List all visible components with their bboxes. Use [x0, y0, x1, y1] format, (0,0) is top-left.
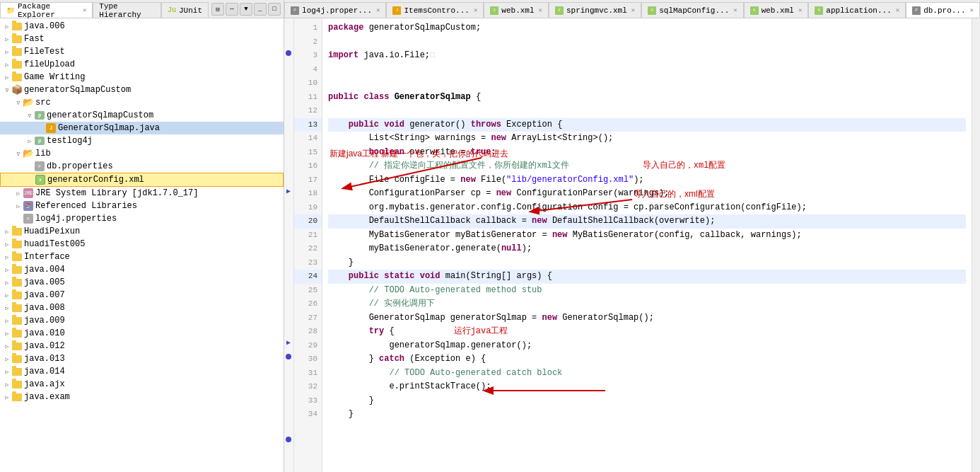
tab-web-xml[interactable]: X web.xml ✕ [484, 2, 549, 18]
close-sqlmapconfig[interactable]: ✕ [733, 6, 737, 14]
link-editor-btn[interactable]: ↔ [226, 3, 238, 16]
expand-java010[interactable]: ▷ [3, 329, 11, 338]
close-log4j-props[interactable]: ✕ [376, 6, 380, 14]
tab-package-explorer[interactable]: 📁 Package Explorer ✕ [0, 2, 93, 18]
expand-java012[interactable]: ▷ [3, 342, 11, 350]
gutter-24: ▶ [284, 336, 293, 350]
close-application[interactable]: ✕ [896, 6, 899, 14]
tree-item-lib[interactable]: ▽ 📂 lib [0, 147, 284, 160]
tab-icon-application: X [815, 6, 823, 15]
tree-item-java005[interactable]: ▷ java.005 [0, 276, 284, 289]
tab-sqlmapconfig[interactable]: X sqlMapConfig... ✕ [641, 2, 743, 18]
expand-java014[interactable]: ▷ [3, 367, 11, 376]
tree-item-interface[interactable]: ▷ Interface [0, 251, 284, 263]
tree-item-java009[interactable]: ▷ java.009 [0, 314, 284, 327]
expand-testlog4j[interactable]: ▷ [25, 137, 34, 145]
close-itemscontro[interactable]: ✕ [474, 6, 477, 14]
expand-pkg[interactable]: ▽ [25, 111, 34, 120]
tree-label-java-exam: java.exam [24, 392, 70, 402]
tree-item-log4j-props[interactable]: P log4j.properties [0, 212, 284, 225]
expand-ref-libs[interactable]: ▷ [14, 202, 23, 210]
gutter-15 [284, 212, 293, 226]
view-menu-btn[interactable]: ▼ [240, 3, 252, 16]
tab-icon-itemscontro: J [392, 6, 401, 15]
code-editor[interactable]: package generatorSqlmapCustom; import ja… [322, 18, 972, 472]
tree-item-filetest[interactable]: ▷ FileTest [0, 45, 284, 58]
folder-icon-huadipeixun [11, 226, 23, 237]
expand-fast[interactable]: ▷ [3, 35, 11, 43]
tree-item-fileupload[interactable]: ▷ fileUpload [0, 58, 284, 71]
tab-type-hierarchy[interactable]: Type Hierarchy [93, 2, 161, 18]
tree-item-project-root[interactable]: ▽ 📦 generatorSqlmapCustom [0, 84, 284, 96]
tree-item-java007[interactable]: ▷ java.007 [0, 289, 284, 301]
tree-label-java-ajx: java.ajx [24, 379, 65, 389]
tab-db-pro[interactable]: P db.pro... ✕ [906, 2, 980, 18]
expand-java008[interactable]: ▷ [3, 304, 11, 312]
expand-java006[interactable]: ▷ [3, 22, 11, 30]
tree-item-huadipeixun[interactable]: ▷ HuadiPeixun [0, 225, 284, 238]
maximize-btn[interactable]: □ [268, 3, 281, 16]
tree-item-java006[interactable]: ▷ java.006 [0, 20, 284, 33]
collapse-all-btn[interactable]: ⊟ [211, 3, 224, 16]
expand-java-exam[interactable]: ▷ [3, 393, 11, 401]
expand-project[interactable]: ▽ [3, 86, 11, 94]
expand-java004[interactable]: ▷ [3, 265, 11, 274]
expand-java005[interactable]: ▷ [3, 278, 11, 287]
tree-item-jre[interactable]: ▷ JRE JRE System Library [jdk1.7.0_17] [0, 187, 284, 200]
tree-item-java-file[interactable]: J GeneratorSqlmap.java [0, 122, 284, 134]
close-web-xml2[interactable]: ✕ [798, 6, 802, 14]
tree-item-java-ajx[interactable]: ▷ java.ajx [0, 378, 284, 391]
tab-label-log4j-props: log4j.proper... [302, 6, 372, 15]
tree-item-generatorconfig[interactable]: X generatorConfig.xml [0, 173, 284, 187]
tree-item-src[interactable]: ▽ 📂 src [0, 96, 284, 109]
expand-gamewriting[interactable]: ▷ [3, 73, 11, 81]
code-line-19: org.mybatis.generator.config.Configurati… [328, 201, 966, 215]
expand-huaditest005[interactable]: ▷ [3, 240, 11, 248]
expand-interface[interactable]: ▷ [3, 253, 11, 261]
expand-java-ajx[interactable]: ▷ [3, 380, 11, 388]
tab-application[interactable]: X application... ✕ [808, 2, 906, 18]
tab-web-xml2[interactable]: X web.xml ✕ [744, 2, 809, 18]
tree-item-ref-libs[interactable]: ▷ 📚 Referenced Libraries [0, 200, 284, 212]
tree-item-java008[interactable]: ▷ java.008 [0, 301, 284, 314]
expand-fileupload[interactable]: ▷ [3, 60, 11, 69]
gutter-14 [284, 198, 293, 212]
close-web-xml[interactable]: ✕ [539, 6, 542, 14]
tree-item-db-props[interactable]: P db.properties [0, 160, 284, 173]
tree-item-java014[interactable]: ▷ java.014 [0, 365, 284, 378]
tab-label-springmvc-xml: springmvc.xml [566, 6, 627, 15]
expand-jre[interactable]: ▷ [14, 189, 23, 197]
close-springmvc-xml[interactable]: ✕ [631, 6, 635, 14]
tree-label-ref-libs: Referenced Libraries [35, 201, 137, 211]
expand-lib[interactable]: ▽ [14, 149, 23, 158]
tab-itemscontro[interactable]: J ItemsContro... ✕ [386, 2, 484, 18]
expand-filetest[interactable]: ▷ [3, 47, 11, 56]
expand-huadipeixun[interactable]: ▷ [3, 227, 11, 236]
gutter-23 [284, 322, 293, 336]
expand-java007[interactable]: ▷ [3, 291, 11, 299]
tree-item-java-exam[interactable]: ▷ java.exam [0, 391, 284, 403]
tree-item-java012[interactable]: ▷ java.012 [0, 340, 284, 352]
editor-panel: P log4j.proper... ✕ J ItemsContro... ✕ X… [284, 0, 980, 472]
tab-log4j-props[interactable]: P log4j.proper... ✕ [284, 2, 386, 18]
code-line-4 [328, 63, 966, 77]
tree-item-huaditest005[interactable]: ▷ huadiTest005 [0, 238, 284, 251]
tree-item-java010[interactable]: ▷ java.010 [0, 327, 284, 340]
expand-src[interactable]: ▽ [14, 98, 23, 107]
tree-label-java006: java.006 [24, 21, 65, 31]
expand-java009[interactable]: ▷ [3, 316, 11, 325]
tab-junit[interactable]: Ju JUnit [161, 2, 209, 18]
tree-item-java013[interactable]: ▷ java.013 [0, 352, 284, 365]
tab-springmvc-xml[interactable]: X springmvc.xml ✕ [549, 2, 641, 18]
tree-item-java004[interactable]: ▷ java.004 [0, 263, 284, 276]
linenum-22: 22 [294, 242, 322, 256]
editor-scrollbar[interactable] [972, 18, 980, 472]
tree-item-fast[interactable]: ▷ Fast [0, 33, 284, 45]
tree-item-testlog4j[interactable]: ▷ p testlog4j [0, 134, 284, 147]
expand-java013[interactable]: ▷ [3, 355, 11, 363]
tree-item-gamewriting[interactable]: ▷ Game Writing [0, 71, 284, 84]
minimize-btn[interactable]: _ [254, 3, 267, 16]
gutter-2 [284, 33, 293, 47]
tree-item-pkg[interactable]: ▽ p generatorSqlmapCustom [0, 109, 284, 122]
close-db-pro[interactable]: ✕ [970, 6, 974, 14]
